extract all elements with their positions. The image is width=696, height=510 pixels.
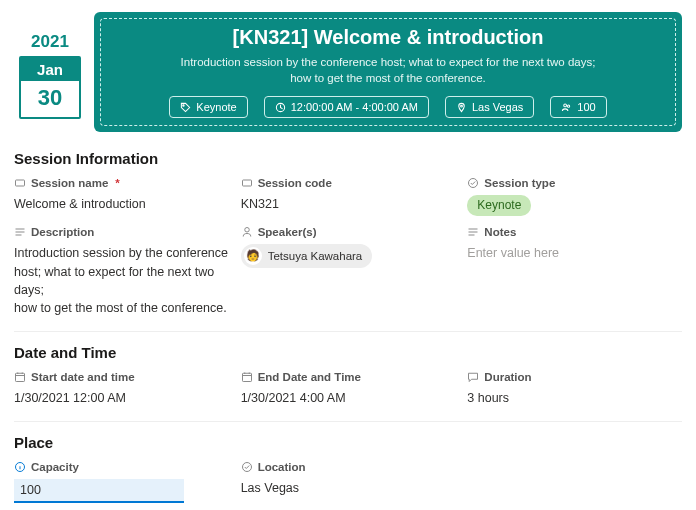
lines-icon <box>467 226 479 238</box>
tag-icon <box>180 102 191 113</box>
location-icon <box>456 102 467 113</box>
field-session-name[interactable]: Session name* Welcome & introduction <box>14 177 229 216</box>
chip-time: 12:00:00 AM - 4:00:00 AM <box>264 96 429 118</box>
field-description[interactable]: Description Introduction session by the … <box>14 226 229 317</box>
svg-point-7 <box>469 179 478 188</box>
field-session-type[interactable]: Session type Keynote <box>467 177 682 216</box>
section-date-time: Date and Time Start date and time 1/30/2… <box>14 344 682 407</box>
divider <box>14 421 682 422</box>
svg-point-12 <box>242 463 251 472</box>
label-session-type: Session type <box>484 177 555 189</box>
chip-time-label: 12:00:00 AM - 4:00:00 AM <box>291 101 418 113</box>
svg-rect-10 <box>242 373 251 381</box>
value-session-name: Welcome & introduction <box>14 195 229 213</box>
badge-session-type: Keynote <box>467 195 531 216</box>
label-end: End Date and Time <box>258 371 361 383</box>
chat-icon <box>467 371 479 383</box>
section-session-info: Session Information Session name* Welcom… <box>14 150 682 317</box>
field-notes[interactable]: Notes Enter value here <box>467 226 682 317</box>
chip-capacity: 100 <box>550 96 606 118</box>
field-duration[interactable]: Duration 3 hours <box>467 371 682 407</box>
field-capacity[interactable]: Capacity 100 <box>14 461 229 503</box>
text-icon <box>241 177 253 189</box>
text-icon <box>14 177 26 189</box>
circle-icon <box>467 177 479 189</box>
section-place: Place Capacity 100 Location Las Vegas <box>14 434 682 503</box>
people-icon <box>561 102 572 113</box>
date-month: Jan <box>21 58 79 81</box>
speaker-name: Tetsuya Kawahara <box>268 248 363 265</box>
label-duration: Duration <box>484 371 531 383</box>
banner-chips: Keynote 12:00:00 AM - 4:00:00 AM Las Veg… <box>112 96 664 118</box>
label-description: Description <box>31 226 94 238</box>
chip-place-label: Las Vegas <box>472 101 523 113</box>
svg-point-2 <box>461 105 463 107</box>
field-start-datetime[interactable]: Start date and time 1/30/2021 12:00 AM <box>14 371 229 407</box>
section-title-info: Session Information <box>14 150 682 167</box>
label-notes: Notes <box>484 226 516 238</box>
date-box: Jan 30 <box>19 56 81 119</box>
date-year: 2021 <box>14 32 86 52</box>
label-start: Start date and time <box>31 371 135 383</box>
value-description: Introduction session by the conference h… <box>14 244 229 317</box>
svg-rect-9 <box>16 373 25 381</box>
section-title-datetime: Date and Time <box>14 344 682 361</box>
svg-rect-6 <box>242 180 251 186</box>
speaker-chip[interactable]: 🧑 Tetsuya Kawahara <box>241 244 373 268</box>
field-speakers[interactable]: Speaker(s) 🧑 Tetsuya Kawahara <box>241 226 456 317</box>
svg-point-8 <box>244 228 249 233</box>
section-title-place: Place <box>14 434 682 451</box>
label-speakers: Speaker(s) <box>258 226 317 238</box>
date-card: 2021 Jan 30 <box>14 12 86 132</box>
chip-keynote-label: Keynote <box>196 101 236 113</box>
value-end: 1/30/2021 4:00 AM <box>241 389 456 407</box>
label-capacity: Capacity <box>31 461 79 473</box>
header: 2021 Jan 30 [KN321] Welcome & introducti… <box>14 12 682 132</box>
value-start: 1/30/2021 12:00 AM <box>14 389 229 407</box>
value-notes: Enter value here <box>467 244 682 262</box>
clock-icon <box>275 102 286 113</box>
date-day: 30 <box>21 81 79 117</box>
label-session-code: Session code <box>258 177 332 189</box>
lines-icon <box>14 226 26 238</box>
avatar: 🧑 <box>244 247 262 265</box>
chip-capacity-label: 100 <box>577 101 595 113</box>
calendar-icon <box>241 371 253 383</box>
banner-title: [KN321] Welcome & introduction <box>112 26 664 49</box>
label-session-name: Session name <box>31 177 108 189</box>
field-location[interactable]: Location Las Vegas <box>241 461 456 503</box>
label-location: Location <box>258 461 306 473</box>
chip-place: Las Vegas <box>445 96 534 118</box>
calendar-icon <box>14 371 26 383</box>
svg-point-4 <box>568 105 570 107</box>
value-duration: 3 hours <box>467 389 682 407</box>
person-icon <box>241 226 253 238</box>
info-icon <box>14 461 26 473</box>
required-indicator: * <box>115 177 119 189</box>
svg-point-3 <box>564 104 567 107</box>
value-location: Las Vegas <box>241 479 456 497</box>
value-session-code: KN321 <box>241 195 456 213</box>
circle-icon <box>241 461 253 473</box>
chip-keynote: Keynote <box>169 96 247 118</box>
capacity-input[interactable]: 100 <box>14 479 184 503</box>
banner-subtitle: Introduction session by the conference h… <box>112 55 664 86</box>
field-session-code[interactable]: Session code KN321 <box>241 177 456 216</box>
session-banner: [KN321] Welcome & introduction Introduct… <box>94 12 682 132</box>
field-end-datetime[interactable]: End Date and Time 1/30/2021 4:00 AM <box>241 371 456 407</box>
svg-rect-5 <box>16 180 25 186</box>
svg-point-0 <box>183 104 184 105</box>
divider <box>14 331 682 332</box>
